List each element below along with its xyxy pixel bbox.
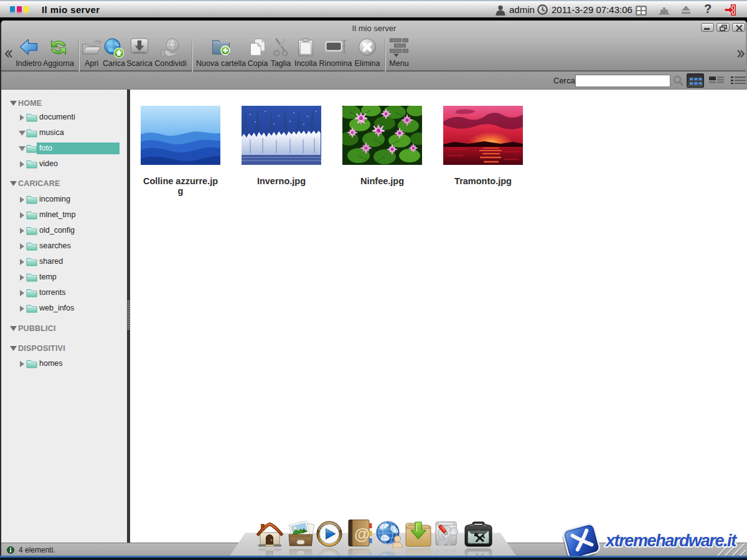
svg-text:@: @ [354, 525, 370, 543]
svg-text:xtremehardware.it: xtremehardware.it [604, 531, 737, 550]
